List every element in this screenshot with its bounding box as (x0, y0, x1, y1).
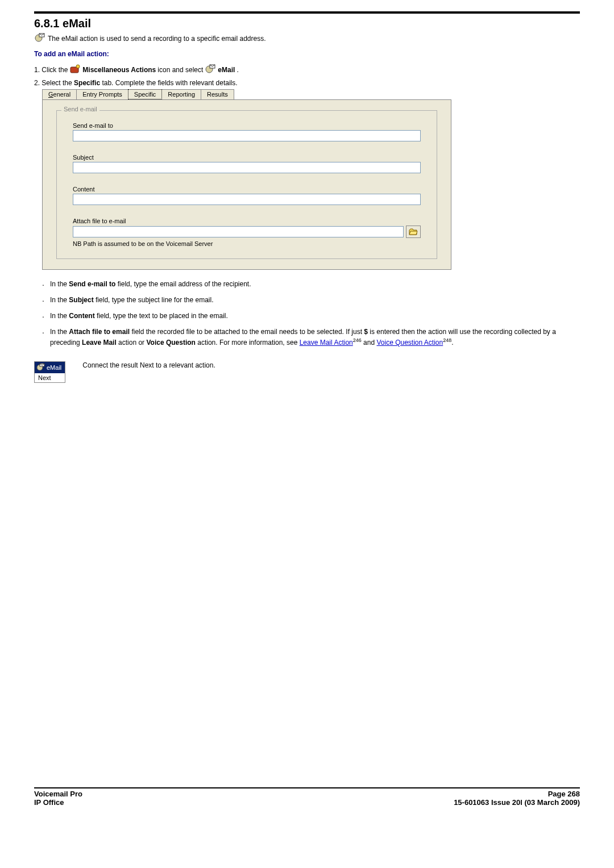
footer-right-2: 15-601063 Issue 20l (03 March 2009) (454, 798, 580, 807)
bullet-3: In the Content field, type the text to b… (42, 311, 580, 321)
content-input[interactable] (73, 194, 421, 205)
page-title: 6.8.1 eMail (34, 17, 580, 30)
folder-open-icon (409, 228, 418, 236)
intro-text: The eMail action is used to send a recor… (48, 35, 266, 43)
tab-general[interactable]: General (42, 89, 77, 99)
footer-left-1: Voicemail Pro (34, 790, 82, 798)
misc-actions-icon (69, 64, 81, 76)
footer-left-2: IP Office (34, 798, 64, 807)
svg-point-3 (76, 65, 80, 68)
tab-bar: General Entry Prompts Specific Reporting… (42, 89, 580, 99)
step1-bold2: eMail (218, 66, 235, 74)
specific-tab-panel: Send e-mail Send e-mail to Subject Conte… (42, 99, 451, 270)
footer-right-1: Page 268 (548, 790, 580, 798)
content-label: Content (73, 186, 421, 193)
bullet-list: In the Send e-mail to field, type the em… (42, 279, 580, 348)
step1-bold1: Miscellaneous Actions (82, 66, 156, 74)
step1-mid: icon and select (157, 66, 203, 74)
tab-specific[interactable]: Specific (128, 89, 163, 99)
send-to-input[interactable] (73, 130, 421, 141)
step1-prefix: 1. Click the (34, 66, 68, 74)
email-action-icon (34, 32, 45, 44)
group-legend: Send e-mail (61, 106, 99, 112)
subject-label: Subject (73, 154, 421, 161)
attach-input[interactable] (73, 226, 404, 237)
step2-bold: Specific (74, 79, 100, 87)
bullet-2: In the Subject field, type the subject l… (42, 295, 580, 305)
top-rule (34, 11, 580, 14)
subhead: To add an eMail action: (34, 50, 580, 58)
tab-results[interactable]: Results (201, 89, 234, 99)
tab-reporting[interactable]: Reporting (161, 89, 201, 99)
tab-entry-prompts[interactable]: Entry Prompts (76, 89, 128, 99)
page-footer: Voicemail Pro Page 268 IP Office 15-6010… (34, 787, 580, 807)
send-email-group: Send e-mail Send e-mail to Subject Conte… (56, 110, 437, 259)
widget-email-icon (36, 363, 45, 372)
bullet-4: In the Attach file to email field the re… (42, 327, 580, 348)
browse-button[interactable] (406, 226, 421, 238)
voice-question-link[interactable]: Voice Question Action (376, 339, 443, 347)
result-widget: eMail Next (34, 361, 65, 383)
send-to-label: Send e-mail to (73, 122, 421, 129)
step2-prefix: 2. Select the (34, 79, 72, 87)
email-select-icon (205, 64, 216, 76)
nb-text: NB Path is assumed to be on the Voicemai… (73, 240, 421, 247)
leave-mail-link[interactable]: Leave Mail Action (300, 339, 353, 347)
result-text: Connect the result Next to a relevant ac… (82, 361, 215, 369)
subject-input[interactable] (73, 162, 421, 173)
widget-top-label: eMail (47, 364, 61, 371)
widget-bottom-label: Next (35, 373, 65, 382)
step2-suffix: tab. Complete the fields with relevant d… (102, 79, 237, 87)
attach-label: Attach file to e-mail (73, 218, 421, 224)
step1-suffix: . (237, 66, 238, 74)
bullet-1: In the Send e-mail to field, type the em… (42, 279, 580, 289)
